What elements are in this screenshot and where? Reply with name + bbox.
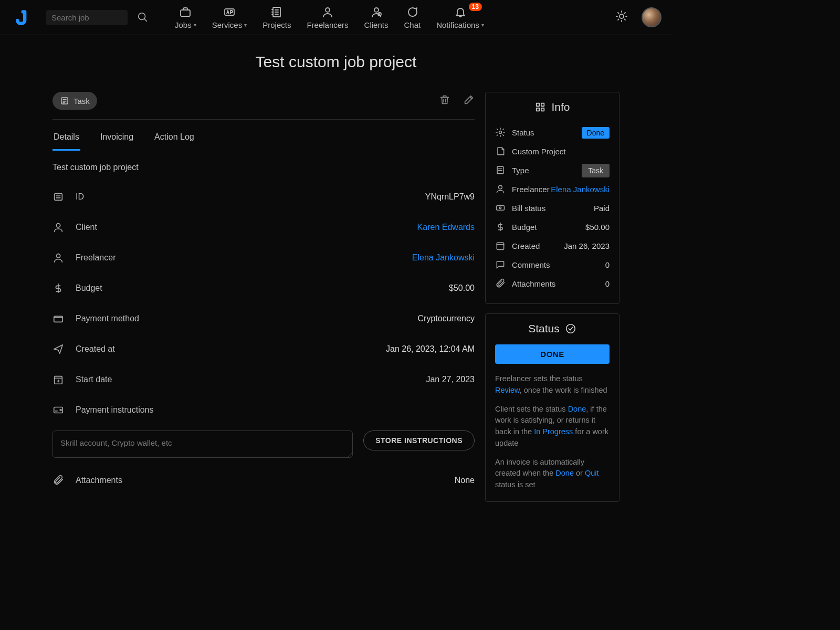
client-link[interactable]: Karen Edwards [417, 223, 475, 232]
attachment-icon [495, 278, 506, 289]
nav-chat[interactable]: Chat [404, 6, 421, 29]
svg-rect-54 [497, 243, 503, 249]
comment-icon [495, 259, 506, 270]
send-icon [52, 343, 64, 355]
page-title: Test custom job project [0, 53, 672, 71]
chevron-down-icon: ▾ [481, 22, 484, 28]
row-start-date: Start date Jan 27, 2023 [52, 364, 475, 395]
info-custom-project: Custom Project [495, 142, 610, 161]
store-instructions-button[interactable]: STORE INSTRUCTIONS [363, 430, 475, 450]
svg-point-15 [620, 14, 624, 18]
nav-jobs[interactable]: Jobs▾ [175, 6, 196, 29]
nav-clients[interactable]: ? Clients [364, 6, 388, 29]
attachment-icon [52, 475, 64, 486]
avatar[interactable] [642, 7, 662, 27]
info-comments: Comments 0 [495, 255, 610, 274]
nav-label-clients: Clients [364, 20, 388, 29]
user-icon [321, 6, 334, 18]
svg-point-11 [326, 8, 330, 12]
check-circle-icon [565, 323, 576, 334]
done-button[interactable]: DONE [495, 344, 610, 364]
info-panel: Info Status Done Custom Project Type Tas… [485, 92, 620, 304]
status-help-3: An invoice is automatically created when… [495, 457, 610, 491]
row-payment-method: Payment method Cryptocurrency [52, 303, 475, 334]
task-pill[interactable]: Task [52, 92, 97, 110]
tab-details[interactable]: Details [52, 128, 80, 151]
briefcase-icon [179, 6, 192, 18]
row-payment-instructions: Payment instructions [52, 395, 475, 425]
svg-rect-45 [541, 108, 544, 111]
project-name: Test custom job project [52, 163, 475, 172]
info-budget: Budget $50.00 [495, 217, 610, 236]
info-freelancer-link[interactable]: Elena Jankowski [551, 185, 610, 194]
svg-point-41 [60, 410, 61, 411]
chevron-down-icon: ▾ [194, 22, 196, 28]
svg-rect-51 [497, 206, 505, 210]
created-at-value: Jan 26, 2023, 12:04 AM [386, 344, 475, 354]
svg-point-52 [499, 207, 501, 208]
id-value: YNqrnLP7w9 [425, 192, 475, 202]
dollar-icon [52, 282, 64, 294]
svg-point-31 [56, 224, 60, 227]
svg-point-50 [499, 185, 502, 189]
payment-instructions-input[interactable] [52, 430, 353, 458]
nav-label-notifications: Notifications [436, 20, 479, 29]
wallet-icon [52, 313, 64, 324]
tabs: Details Invoicing Action Log [52, 128, 475, 151]
svg-point-46 [499, 131, 502, 134]
nav-label-freelancers: Freelancers [307, 20, 348, 29]
nav-projects[interactable]: Projects [262, 6, 291, 29]
nav-notifications[interactable]: 13 Notifications▾ [436, 6, 484, 29]
search-box[interactable] [46, 10, 128, 25]
bell-icon [454, 6, 467, 18]
status-help-2: Client sets the status Done, if the work… [495, 404, 610, 449]
svg-rect-2 [181, 10, 190, 16]
nav-freelancers[interactable]: Freelancers [307, 6, 348, 29]
user-question-icon: ? [370, 6, 383, 18]
type-badge: Task [582, 164, 610, 177]
svg-point-32 [56, 254, 60, 258]
gear-icon [495, 127, 506, 138]
search-input[interactable] [51, 13, 122, 22]
grid-icon [534, 101, 546, 113]
calendar-icon [495, 240, 506, 251]
svg-line-21 [625, 19, 626, 20]
payment-method-value: Cryptocurrency [418, 314, 475, 323]
svg-rect-34 [54, 316, 63, 322]
person-icon [52, 252, 64, 264]
card-icon [52, 404, 64, 416]
task-pill-label: Task [74, 97, 90, 106]
person-icon [495, 184, 506, 194]
nav-services[interactable]: Services▾ [212, 6, 247, 29]
svg-rect-43 [541, 103, 544, 107]
ad-icon [223, 6, 236, 18]
nav-label-chat: Chat [404, 20, 421, 29]
row-client: Client Karen Edwards [52, 212, 475, 243]
search-icon[interactable] [137, 12, 149, 23]
sidebar: Info Status Done Custom Project Type Tas… [485, 92, 620, 504]
status-title: Status [528, 322, 560, 335]
budget-value: $50.00 [449, 284, 475, 293]
delete-button[interactable] [439, 94, 450, 108]
chat-icon [406, 6, 418, 18]
main-panel: Task Details Invoicing Action Log Test c… [52, 92, 475, 504]
edit-button[interactable] [463, 94, 475, 108]
info-bill-status: Bill status Paid [495, 198, 610, 217]
svg-line-22 [618, 19, 619, 20]
chevron-down-icon: ▾ [244, 22, 247, 28]
notebook-icon [270, 6, 283, 18]
task-icon [60, 96, 69, 106]
svg-line-23 [625, 13, 626, 14]
row-freelancer: Freelancer Elena Jankowski [52, 243, 475, 273]
logo[interactable] [10, 5, 30, 30]
row-id: ID YNqrnLP7w9 [52, 182, 475, 212]
tab-invoicing[interactable]: Invoicing [99, 128, 134, 151]
money-icon [495, 203, 506, 213]
theme-toggle[interactable] [615, 10, 628, 25]
freelancer-link[interactable]: Elena Jankowski [412, 253, 475, 262]
status-help-1: Freelancer sets the status Review, once … [495, 373, 610, 396]
info-attachments: Attachments 0 [495, 274, 610, 293]
nav-label-services: Services [212, 20, 243, 29]
tab-actionlog[interactable]: Action Log [153, 128, 195, 151]
attachments-value: None [455, 476, 475, 485]
